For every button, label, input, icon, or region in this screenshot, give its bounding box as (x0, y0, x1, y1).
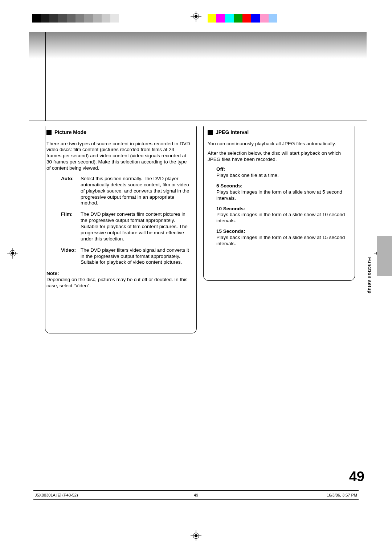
definition-term: Auto: (61, 176, 77, 206)
page-number: 49 (349, 469, 364, 485)
option-label: 15 Seconds: (216, 228, 351, 235)
chapter-header (29, 32, 367, 121)
picture-mode-intro: There are two types of source content in… (46, 141, 190, 171)
trim-mark (7, 22, 18, 22)
section-heading-jpeg-interval: JPEG Interval (208, 129, 351, 136)
note-label: Note: (46, 271, 190, 277)
jpeg-interval-options: Off: Plays back one file at a time. 5 Se… (216, 166, 351, 247)
heading-text: Picture Mode (54, 129, 86, 136)
option-label: 10 Seconds: (216, 206, 351, 212)
option-15-seconds: 15 Seconds: Plays back images in the for… (216, 228, 351, 247)
option-label: Off: (216, 166, 351, 173)
trim-mark (370, 537, 370, 548)
print-slug-bar: J5X00301A [E] (P48-52) 49 16/3/06, 3:57 … (33, 490, 359, 500)
registration-mark-icon (7, 248, 18, 259)
trim-mark (374, 22, 385, 22)
jpeg-intro-2: After the selection below, the disc will… (208, 150, 351, 163)
color-swatch-strip (208, 14, 277, 23)
option-body: Plays back images in the form of a slide… (216, 212, 345, 223)
definition-video: Video: The DVD player filters video sign… (61, 247, 190, 266)
trim-mark (370, 7, 370, 18)
jpeg-intro-1: You can continuously playback all JPEG f… (208, 141, 351, 147)
option-body: Plays back one file at a time. (216, 173, 279, 178)
trim-mark (374, 533, 385, 533)
section-tab-label: Function setup (367, 257, 372, 293)
definition-film: Film: The DVD player converts film conte… (61, 211, 190, 242)
option-body: Plays back images in the form of a slide… (216, 189, 342, 201)
definition-body: The DVD player filters video signal and … (81, 247, 190, 266)
slug-page: 49 (33, 493, 359, 497)
option-off: Off: Plays back one file at a time. (216, 166, 351, 179)
definition-term: Film: (61, 211, 77, 242)
grayscale-swatch-strip (32, 14, 119, 23)
section-heading-picture-mode: Picture Mode (46, 129, 190, 136)
trim-mark (7, 533, 18, 533)
registration-mark-icon (191, 530, 201, 541)
option-label: 5 Seconds: (216, 183, 351, 189)
trim-mark (22, 7, 22, 18)
definition-auto: Auto: Select this position normally. The… (61, 176, 190, 206)
definition-body: Select this position normally. The DVD p… (81, 176, 190, 206)
trim-mark (22, 537, 22, 548)
note-body: Depending on the disc, pictures may be c… (46, 277, 190, 289)
picture-mode-definitions: Auto: Select this position normally. The… (61, 176, 190, 266)
registration-mark-icon (191, 11, 201, 22)
option-5-seconds: 5 Seconds: Plays back images in the form… (216, 183, 351, 202)
section-thumb-tab (377, 236, 392, 276)
option-10-seconds: 10 Seconds: Plays back images in the for… (216, 206, 351, 224)
column-jpeg-interval: JPEG Interval You can continuously playb… (208, 129, 351, 293)
column-picture-mode: Picture Mode There are two types of sour… (46, 129, 190, 293)
definition-term: Video: (61, 247, 77, 266)
heading-text: JPEG Interval (216, 129, 249, 136)
definition-body: The DVD player converts film content pic… (81, 211, 190, 242)
option-body: Plays back images in the form of a slide… (216, 235, 345, 246)
content-columns: Picture Mode There are two types of sour… (46, 129, 351, 293)
manual-page: Picture Mode There are two types of sour… (0, 0, 392, 555)
